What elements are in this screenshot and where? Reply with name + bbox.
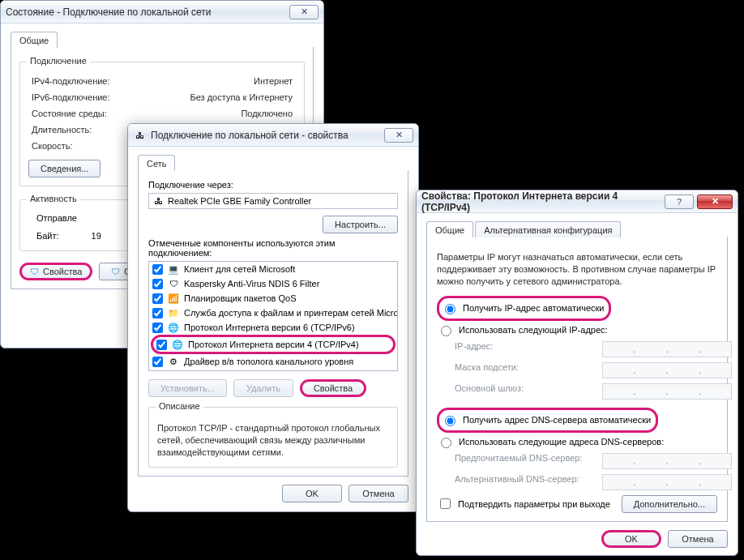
proto-icon: 🌐 (172, 339, 183, 350)
window-title: Подключение по локальной сети - свойства (151, 130, 381, 141)
adapter-name: Realtek PCIe GBE Family Controller (168, 196, 311, 206)
tab-network[interactable]: Сеть (138, 155, 175, 171)
titlebar: 🖧 Подключение по локальной сети - свойст… (128, 124, 418, 147)
ip-address-field: ... (602, 341, 732, 357)
ipv6-value: Без доступа к Интернету (146, 90, 294, 105)
component-properties-button[interactable]: Свойства (300, 379, 366, 397)
ip-auto-radio[interactable]: Получить IP-адрес автоматически (441, 301, 604, 314)
list-item: 🌐Протокол Интернета версии 6 (TCP/IPv6) (149, 320, 397, 335)
intro-text: Параметры IP могут назначаться автоматич… (437, 251, 717, 288)
radio-input[interactable] (445, 416, 455, 426)
help-button[interactable]: ? (665, 195, 694, 209)
close-button[interactable]: ✕ (289, 5, 319, 19)
shield-icon: 🛡 (111, 267, 120, 276)
sent-label: Отправле (36, 213, 77, 223)
ok-button[interactable]: OK (282, 485, 342, 502)
item-label: Протокол Интернета версии 4 (TCP/IPv4) (188, 340, 359, 349)
item-label: Kaspersky Anti-Virus NDIS 6 Filter (184, 279, 319, 289)
ip-address-label: IP-адрес: (455, 341, 592, 357)
components-list[interactable]: 💻Клиент для сетей Microsoft 🛡Kaspersky A… (148, 261, 398, 371)
ip-manual-label: Использовать следующий IP-адрес: (459, 325, 608, 335)
details-button[interactable]: Сведения... (28, 160, 100, 177)
client-icon: 💻 (168, 263, 179, 275)
configure-button[interactable]: Настроить... (323, 216, 398, 233)
item-label: Планировщик пакетов QoS (184, 293, 297, 303)
close-button[interactable]: ✕ (697, 195, 733, 209)
tab-alt-config[interactable]: Альтернативная конфигурация (475, 221, 621, 237)
description-text: Протокол TCP/IP - стандартный протокол г… (157, 422, 389, 459)
item-label: Протокол Интернета версии 6 (TCP/IPv6) (184, 323, 355, 332)
ipv4-label: IPv4-подключение: (30, 74, 144, 88)
dns-manual-label: Использовать следующие адреса DNS-сервер… (459, 437, 664, 447)
media-value: Подключено (146, 106, 294, 121)
adapter-field: 🖧 Realtek PCIe GBE Family Controller (148, 193, 398, 209)
bytes-sent: 19 (92, 231, 101, 241)
connect-using-label: Подключение через: (148, 180, 398, 190)
ok-button[interactable]: OK (601, 530, 661, 548)
media-label: Состояние среды: (30, 106, 144, 121)
dns-alt-field: ... (602, 474, 732, 490)
properties-button[interactable]: 🛡 Свойства (19, 263, 92, 280)
item-label: Драйвер в/в тополога канального уровня (184, 357, 353, 366)
ip-auto-label: Получить IP-адрес автоматически (463, 303, 604, 313)
confirm-on-exit-check[interactable]: Подтвердить параметры при выходе (437, 496, 610, 511)
window-title: Свойства: Протокол Интернета версии 4 (T… (421, 190, 661, 213)
network-icon: 🖧 (133, 129, 146, 142)
group-activity: Активность (27, 194, 80, 203)
filter-icon: 🛡 (168, 278, 179, 289)
uninstall-button[interactable]: Удалить (233, 379, 293, 397)
confirm-label: Подтвердить параметры при выходе (458, 499, 610, 509)
list-item: 💻Клиент для сетей Microsoft (149, 262, 397, 276)
dns-manual-radio[interactable]: Использовать следующие адреса DNS-сервер… (437, 435, 717, 448)
gateway-field: ... (602, 383, 732, 400)
item-check[interactable] (152, 371, 163, 372)
list-item: ⚙Драйвер в/в тополога канального уровня (149, 354, 397, 369)
item-label: Служба доступа к файлам и принтерам сете… (184, 308, 398, 318)
item-check[interactable] (152, 323, 163, 333)
components-label: Отмеченные компоненты используются этим … (148, 238, 398, 258)
gateway-label: Основной шлюз: (455, 383, 592, 400)
dns-pref-field: ... (602, 453, 732, 469)
adapter-icon: 🖧 (154, 196, 163, 206)
cancel-button[interactable]: Отмена (668, 530, 728, 548)
item-check[interactable] (152, 279, 163, 289)
tab-general[interactable]: Общие (426, 221, 473, 237)
dns-auto-radio[interactable]: Получить адрес DNS-сервера автоматически (441, 413, 651, 426)
properties-label: Свойства (43, 267, 82, 276)
item-check[interactable] (156, 340, 167, 350)
tab-general[interactable]: Общие (11, 32, 58, 48)
dns-alt-label: Альтернативный DNS-сервер: (455, 474, 592, 490)
item-check[interactable] (152, 293, 163, 304)
titlebar: Состояние - Подключение по локальной сет… (1, 1, 323, 24)
qos-icon: 📶 (168, 293, 179, 304)
shield-icon: 🛡 (30, 267, 39, 276)
group-connection: Подключение (27, 56, 90, 66)
install-button[interactable]: Установить... (148, 379, 227, 397)
ipv4-value: Интернет (146, 74, 294, 88)
item-check[interactable] (152, 264, 163, 275)
ipv6-label: IPv6-подключение: (30, 90, 144, 105)
radio-input[interactable] (445, 304, 455, 314)
checkbox-input[interactable] (440, 498, 451, 509)
radio-input[interactable] (441, 438, 451, 448)
list-item: ⚙Ответчик обнаружения топологии канально… (149, 369, 397, 371)
close-button[interactable]: ✕ (384, 128, 413, 143)
titlebar: Свойства: Протокол Интернета версии 4 (T… (417, 190, 738, 213)
driver-icon: ⚙ (168, 356, 179, 367)
list-item: 🛡Kaspersky Anti-Virus NDIS 6 Filter (149, 276, 397, 291)
proto-icon: 🌐 (168, 322, 179, 333)
item-check[interactable] (152, 308, 163, 318)
radio-input[interactable] (441, 326, 451, 336)
advanced-button[interactable]: Дополнительно... (622, 495, 717, 513)
list-item: 📶Планировщик пакетов QoS (149, 291, 397, 306)
ip-manual-radio[interactable]: Использовать следующий IP-адрес: (437, 323, 717, 336)
mask-field: ... (602, 362, 732, 378)
item-label: Клиент для сетей Microsoft (184, 264, 295, 274)
dns-pref-label: Предпочитаемый DNS-сервер: (455, 453, 592, 469)
window-title: Состояние - Подключение по локальной сет… (6, 6, 286, 18)
dns-auto-label: Получить адрес DNS-сервера автоматически (463, 415, 651, 425)
item-check[interactable] (152, 357, 163, 367)
description-legend: Описание (156, 401, 203, 411)
cancel-button[interactable]: Отмена (348, 485, 408, 502)
mask-label: Маска подсети: (455, 362, 592, 378)
